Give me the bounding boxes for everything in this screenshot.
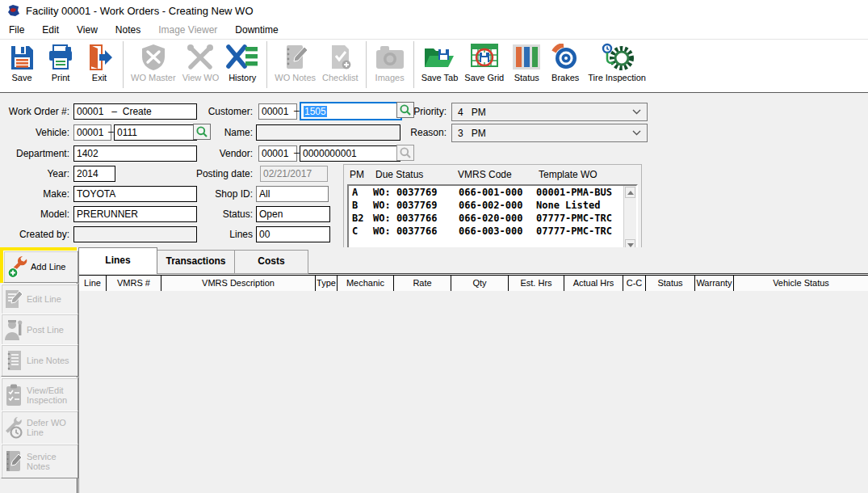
toolbar-separator — [123, 41, 124, 88]
pm-list-row[interactable]: C WO: 0037766 066-003-000 07777-PMC-TRC — [349, 225, 636, 238]
wo-master-button[interactable]: WO Master — [128, 40, 179, 82]
model-field[interactable]: PRERUNNER — [73, 206, 197, 222]
toolbar: Save Print Exit WO Master View WO — [0, 39, 868, 94]
view-wo-button[interactable]: View WO — [179, 40, 223, 82]
make-label: Make: — [0, 188, 69, 200]
template-cell: 00001-PMA-BUS — [536, 186, 612, 199]
toolbar-button-label: History — [229, 74, 256, 82]
tab-lines[interactable]: Lines — [78, 247, 157, 274]
work-order-form: Work Order #: 00001 – Create Vehicle: 00… — [0, 93, 868, 247]
add-line-button[interactable]: Add Line — [3, 251, 78, 283]
selected-text: 1505 — [304, 106, 327, 117]
customer-label: Customer: — [182, 105, 253, 118]
title-bar: Facility 00001 - Work Orders - Creating … — [0, 0, 868, 21]
lines-field[interactable]: 00 — [256, 226, 330, 242]
year-label: Year: — [0, 167, 69, 180]
brake-disc-icon — [551, 42, 580, 73]
line-notes-button[interactable]: Line Notes — [1, 344, 78, 377]
images-button[interactable]: Images — [371, 40, 409, 82]
printer-icon — [47, 42, 74, 73]
toolbar-button-label: Save Tab — [421, 74, 459, 82]
sidebar-button-label: View/Edit Inspection — [27, 386, 76, 405]
menu-edit[interactable]: Edit — [33, 23, 68, 37]
menu-file[interactable]: File — [0, 23, 33, 37]
service-notes-button[interactable]: Service Notes — [1, 444, 78, 478]
dash-separator: – — [294, 103, 300, 118]
col-header-rate: Rate — [394, 276, 451, 291]
customer-number-field[interactable]: 1505 — [300, 102, 402, 120]
tab-costs[interactable]: Costs — [234, 250, 308, 274]
clipboard-icon — [3, 383, 24, 407]
status-button[interactable]: Status — [507, 40, 546, 82]
vehicle-facility-field[interactable]: 00001 — [73, 124, 111, 141]
status-field[interactable]: Open — [256, 206, 330, 222]
brakes-button[interactable]: Brakes — [546, 40, 585, 82]
pm-list-row[interactable]: A WO: 0037769 066-001-000 00001-PMA-BUS — [349, 186, 636, 199]
tab-transactions[interactable]: Transactions — [157, 250, 235, 274]
work-order-field[interactable]: 00001 – Create — [73, 103, 197, 120]
window-title: Facility 00001 - Work Orders - Creating … — [26, 5, 254, 17]
year-field[interactable]: 2014 — [73, 166, 115, 182]
menu-view[interactable]: View — [68, 23, 107, 37]
toolbar-separator — [413, 41, 414, 88]
scroll-up-button[interactable] — [625, 187, 635, 198]
chevron-down-icon — [632, 109, 641, 115]
col-header-vmrs-num: VMRS # — [107, 276, 161, 291]
vendor-label: Vendor: — [182, 147, 253, 160]
menu-image-viewer[interactable]: Image Viewer — [149, 23, 226, 37]
toolbar-button-label: Tire Inspection — [588, 74, 646, 82]
vendor-search-button[interactable] — [396, 145, 414, 161]
post-line-button[interactable]: Post Line — [1, 314, 78, 345]
sidebar-button-label: Post Line — [27, 325, 76, 335]
vendor-facility-field[interactable]: 00001 — [258, 145, 297, 162]
save-button[interactable]: Save — [2, 40, 41, 82]
pm-cell: C — [352, 225, 373, 238]
reason-dropdown[interactable]: 3 PM — [451, 124, 648, 142]
menu-notes[interactable]: Notes — [107, 23, 149, 37]
pm-cell: B2 — [352, 212, 373, 225]
col-header-status: Status — [646, 276, 695, 291]
save-tab-button[interactable]: Save Tab — [418, 40, 462, 82]
dash-separator: – — [108, 124, 114, 139]
pm-due-status-list[interactable]: A WO: 0037769 066-001-000 00001-PMA-BUS … — [347, 184, 638, 253]
wo-notes-button[interactable]: WO Notes — [271, 40, 319, 82]
model-label: Model: — [0, 208, 69, 221]
toolbar-button-label: Save — [11, 74, 31, 82]
exit-button[interactable]: Exit — [80, 40, 119, 82]
note-pencil-icon — [281, 42, 310, 73]
folder-floppy-icon — [422, 42, 456, 73]
vmrs-cell: 066-001-000 — [459, 186, 536, 199]
wrench-clock-icon — [3, 415, 24, 440]
pm-list-row[interactable]: B WO: 0037769 066-002-000 None Listed — [349, 199, 636, 212]
pm-list-row[interactable]: B2 WO: 0037766 066-020-000 07777-PMC-TRC — [349, 212, 636, 225]
shop-id-field[interactable]: All — [256, 186, 329, 202]
dash-separator: – — [294, 145, 300, 160]
history-button[interactable]: History — [222, 40, 262, 82]
toolbar-button-label: Brakes — [551, 74, 579, 82]
created-by-field[interactable] — [73, 226, 197, 242]
col-header-mechanic: Mechanic — [338, 276, 394, 291]
line-actions-sidebar: Add Line Edit Line Post Line Line N — [0, 247, 77, 493]
make-field[interactable]: TOYOTA — [73, 186, 197, 202]
tools-list-icon — [225, 42, 259, 73]
customer-facility-field[interactable]: 00001 — [258, 103, 297, 120]
print-button[interactable]: Print — [41, 40, 80, 82]
tire-inspection-button[interactable]: Tire Inspection — [585, 40, 649, 82]
vendor-number-field[interactable]: 0000000001 — [300, 145, 400, 162]
view-edit-inspection-button[interactable]: View/Edit Inspection — [1, 377, 78, 412]
defer-wo-line-button[interactable]: Defer WO Line — [1, 411, 78, 445]
shield-tools-icon — [139, 42, 168, 73]
save-grid-button[interactable]: Save Grid — [461, 40, 507, 82]
edit-line-button[interactable]: Edit Line — [1, 284, 78, 314]
sidebar-button-label: Edit Line — [27, 294, 76, 304]
priority-dropdown[interactable]: 4 PM — [451, 103, 648, 121]
grid-floppy-icon — [469, 42, 500, 73]
pm-cell: B — [352, 199, 373, 212]
pm-list-scrollbar[interactable] — [623, 186, 636, 251]
menu-downtime[interactable]: Downtime — [226, 23, 287, 37]
department-field[interactable]: 1402 — [73, 145, 197, 162]
floppy-icon — [8, 42, 36, 73]
menu-bar: File Edit View Notes Image Viewer Downti… — [0, 21, 868, 39]
work-orders-window: Facility 00001 - Work Orders - Creating … — [0, 0, 868, 493]
checklist-button[interactable]: Checklist — [319, 40, 362, 82]
